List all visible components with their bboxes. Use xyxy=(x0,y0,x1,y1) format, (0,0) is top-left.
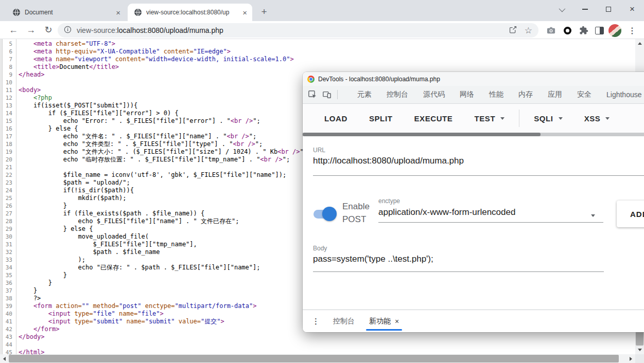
add-button[interactable]: ADD xyxy=(617,201,644,227)
tab-document[interactable]: Document × xyxy=(6,4,126,21)
line-number: 16 xyxy=(0,125,14,133)
side-panel-icon[interactable] xyxy=(592,23,606,38)
panel-button-divider xyxy=(519,110,519,127)
code-text: <meta http-equiv="X-UA-Compatible" conte… xyxy=(19,48,231,56)
url-field-value[interactable]: http://localhost:8080/upload/muma.php xyxy=(313,156,464,166)
close-window-button[interactable]: × xyxy=(620,0,644,19)
code-text: ); xyxy=(19,256,85,264)
enable-post-toggle-thumb[interactable] xyxy=(322,207,337,221)
line-number: 29 xyxy=(0,225,14,233)
forward-button[interactable]: → xyxy=(24,23,38,37)
devtools-tab-3[interactable]: 源代码 xyxy=(423,90,445,99)
profile-avatar[interactable] xyxy=(607,23,622,38)
tab-strip: Document × view-source:localhost:8080/up… xyxy=(0,0,644,21)
line-number: 18 xyxy=(0,140,14,148)
code-text: echo "Error: " . $_FILES["file"]["error"… xyxy=(19,117,260,125)
line-number: 9 xyxy=(0,71,14,79)
panel-button-split[interactable]: SPLIT xyxy=(369,114,393,123)
scrollbar-corner xyxy=(635,354,644,363)
panel-button-sqli[interactable]: SQLI xyxy=(534,114,562,123)
devtools-tab-9[interactable]: Lighthouse xyxy=(606,90,642,99)
camera-extension-icon[interactable] xyxy=(544,23,558,38)
panel-button-xss[interactable]: XSS xyxy=(584,114,610,123)
minimize-button[interactable] xyxy=(573,0,597,19)
line-number: 25 xyxy=(0,194,14,202)
code-text: </form> xyxy=(19,325,59,333)
line-number: 19 xyxy=(0,148,14,156)
tab-search-chevron-icon[interactable] xyxy=(549,0,573,19)
devtools-tab-4[interactable]: 网络 xyxy=(460,90,474,99)
share-icon[interactable] xyxy=(509,25,517,36)
devtools-tab-2[interactable]: 控制台 xyxy=(387,90,408,99)
triangle-down-icon xyxy=(638,349,642,351)
close-icon[interactable]: × xyxy=(395,317,399,325)
devtools-tab-7[interactable]: 应用 xyxy=(548,90,562,99)
enctype-dropdown-caret-icon[interactable] xyxy=(591,214,595,217)
code-text: ?> xyxy=(19,295,41,302)
panel-scrollbar[interactable] xyxy=(303,133,644,136)
drawer-menu-kebab-icon[interactable]: ⋮ xyxy=(312,317,320,326)
code-text: </body> xyxy=(19,333,45,341)
panel-button-execute[interactable]: EXECUTE xyxy=(414,114,452,123)
code-text: $path = "upload/"; xyxy=(19,179,130,187)
inspect-element-icon[interactable] xyxy=(308,90,317,99)
address-bar[interactable]: view-source:localhost:8080/upload/muma.p… xyxy=(58,23,538,38)
code-text: echo "已保存: " . $path . $_FILES["file"]["… xyxy=(19,264,260,271)
back-button[interactable]: ← xyxy=(6,23,21,37)
code-text: } else { xyxy=(19,225,93,233)
bookmark-star-icon[interactable]: ☆ xyxy=(525,25,532,36)
drawer-tab-2[interactable]: 新功能× xyxy=(369,310,399,332)
code-text: } xyxy=(19,202,67,210)
code-line: 43</body> xyxy=(0,333,644,341)
line-number: 21 xyxy=(0,164,14,171)
reload-button[interactable]: ↻ xyxy=(41,23,56,37)
extensions-puzzle-icon[interactable] xyxy=(577,23,591,38)
code-text: move_uploaded_file( xyxy=(19,233,149,241)
device-toolbar-icon[interactable] xyxy=(322,90,332,99)
devtools-title-bar[interactable]: DevTools - localhost:8080/upload/muma.ph… xyxy=(303,72,644,86)
maximize-button[interactable] xyxy=(597,0,620,19)
code-text: $file_name = iconv('utf-8', 'gbk', $_FIL… xyxy=(19,171,286,179)
code-text: </head> xyxy=(19,71,45,79)
code-text: <meta charset="UTF-8"> xyxy=(19,40,115,48)
ring-extension-icon[interactable] xyxy=(560,23,575,38)
minimize-icon xyxy=(582,9,588,10)
info-icon[interactable] xyxy=(64,26,72,35)
black-ring-icon xyxy=(564,27,571,34)
scroll-right-button[interactable] xyxy=(626,354,635,363)
tab-view-source[interactable]: view-source:localhost:8080/up × xyxy=(128,4,252,21)
devtools-tab-bar: 元素控制台源代码网络性能内存应用安全Lighthouse xyxy=(303,86,644,104)
scroll-left-button[interactable] xyxy=(0,354,9,363)
panel-button-test[interactable]: TEST xyxy=(474,114,504,123)
drawer-tab-1[interactable]: 控制台 xyxy=(333,310,355,332)
enctype-select-value[interactable]: application/x-www-form-urlencoded xyxy=(378,207,515,217)
code-text: if (file_exists($path . $file_name)) { xyxy=(19,210,204,217)
devtools-tab-8[interactable]: 安全 xyxy=(577,90,591,99)
line-number: 31 xyxy=(0,241,14,248)
panel-button-load[interactable]: LOAD xyxy=(324,114,347,123)
new-tab-button[interactable]: + xyxy=(257,5,271,19)
horizontal-scrollbar[interactable] xyxy=(0,354,635,363)
browser-menu-kebab-icon[interactable]: ⋮ xyxy=(625,23,639,38)
body-field-underline xyxy=(313,271,604,272)
line-number: 32 xyxy=(0,248,14,256)
body-field-value[interactable]: pass=system('type ..\test.php'); xyxy=(313,254,433,264)
panel-button-label: XSS xyxy=(584,114,601,123)
line-number: 22 xyxy=(0,171,14,179)
code-line: 5 <meta charset="UTF-8"> xyxy=(0,40,644,48)
devtools-tab-5[interactable]: 性能 xyxy=(489,90,503,99)
devtools-tab-1[interactable]: 元素 xyxy=(357,90,372,99)
extension-panel-content: URL http://localhost:8080/upload/muma.ph… xyxy=(303,136,644,310)
close-icon[interactable]: × xyxy=(116,9,120,16)
horizontal-scrollbar-thumb[interactable] xyxy=(9,355,619,362)
panel-scrollbar-thumb[interactable] xyxy=(303,133,541,136)
panel-button-label: EXECUTE xyxy=(414,114,452,123)
devtools-tab-6[interactable]: 内存 xyxy=(518,90,533,99)
scroll-down-button[interactable] xyxy=(635,346,644,354)
line-number: 34 xyxy=(0,264,14,271)
tab-title: view-source:localhost:8080/up xyxy=(146,9,238,16)
globe-icon xyxy=(12,8,21,16)
code-text: echo "文件类型: " . $_FILES["file"]["type"] … xyxy=(19,140,263,148)
scroll-up-button[interactable] xyxy=(635,39,644,48)
close-icon[interactable]: × xyxy=(242,9,247,16)
